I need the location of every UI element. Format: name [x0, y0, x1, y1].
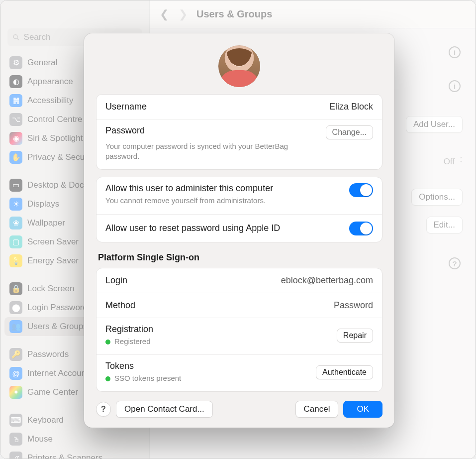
login-label: Login [105, 275, 127, 286]
avatar-container [96, 45, 382, 87]
registration-row: Registration Registered Repair [96, 318, 382, 354]
sso-card: Login eblock@betterbag.com Method Passwo… [96, 268, 382, 392]
status-dot-icon [105, 376, 110, 381]
username-label: Username [105, 102, 147, 112]
method-label: Method [105, 300, 135, 311]
sso-section-title: Platform Single Sign-on [98, 252, 381, 263]
login-row: Login eblock@betterbag.com [96, 268, 382, 293]
tokens-status: SSO tokens present [114, 374, 181, 382]
username-row: Username Eliza Block [96, 95, 382, 119]
user-avatar[interactable] [218, 45, 260, 87]
reset-appleid-label: Allow user to reset password using Apple… [105, 223, 280, 233]
repair-button[interactable]: Repair [337, 329, 373, 343]
reset-appleid-toggle[interactable] [349, 222, 373, 235]
password-subtext: Your computer password is synced with yo… [105, 141, 314, 162]
login-value: eblock@betterbag.com [281, 275, 373, 286]
help-button[interactable]: ? [96, 402, 111, 417]
admin-subtext: You cannot remove yourself from administ… [105, 196, 341, 206]
password-row: Password Change... Your computer passwor… [96, 119, 382, 170]
permissions-card: Allow this user to administer this compu… [96, 177, 382, 242]
authenticate-button[interactable]: Authenticate [316, 365, 373, 379]
account-card: Username Eliza Block Password Change... … [96, 94, 382, 170]
username-value: Eliza Block [329, 102, 373, 112]
tokens-row: Tokens SSO tokens present Authenticate [96, 354, 382, 391]
registration-label: Registration [105, 324, 153, 335]
change-password-button[interactable]: Change... [326, 125, 373, 139]
reset-appleid-row: Allow user to reset password using Apple… [96, 214, 382, 242]
sheet-footer: ? Open Contact Card... Cancel OK [96, 392, 382, 418]
password-label: Password [105, 125, 145, 136]
method-row: Method Password [96, 293, 382, 318]
system-settings-window: ❮ ❯ Users & Groups ⚙General ◐Appearance … [0, 0, 476, 459]
open-contact-card-button[interactable]: Open Contact Card... [116, 401, 213, 418]
tokens-label: Tokens [105, 361, 181, 371]
status-dot-icon [105, 340, 110, 344]
admin-label: Allow this user to administer this compu… [105, 183, 341, 194]
method-value: Password [334, 300, 373, 311]
ok-button[interactable]: OK [343, 401, 382, 418]
registration-status: Registered [114, 337, 151, 345]
cancel-button[interactable]: Cancel [295, 401, 339, 418]
admin-toggle[interactable] [349, 183, 373, 197]
admin-row: Allow this user to administer this compu… [96, 177, 382, 214]
user-details-sheet: Username Eliza Block Password Change... … [84, 33, 394, 428]
